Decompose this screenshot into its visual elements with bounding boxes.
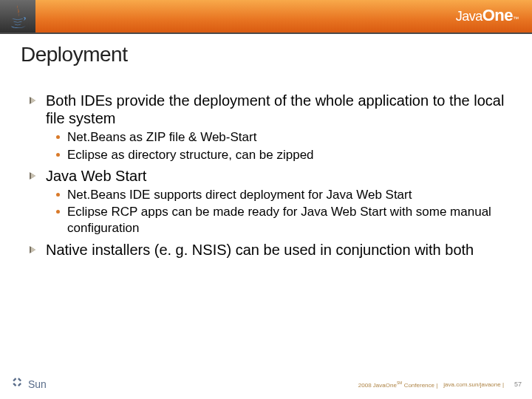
sun-logo: Sun: [10, 375, 47, 393]
bullet-level1: Both IDEs provide the deployment of the …: [30, 92, 511, 128]
bullet-level1: Java Web Start: [30, 167, 511, 185]
footer-conf-suffix: Conference |: [404, 381, 438, 388]
bullet-text: Eclipse RCP apps can be made ready for J…: [67, 204, 511, 236]
javaone-logo: JavaOne™: [456, 6, 519, 25]
bullet-level2: Net.Beans IDE supports direct deployment…: [56, 187, 511, 203]
javaone-prefix: Java: [456, 9, 482, 24]
page-number: 57: [514, 381, 522, 388]
bullet-level2: Eclipse RCP apps can be made ready for J…: [56, 204, 511, 236]
dot-icon: [56, 153, 60, 157]
bullet-level1: Native installers (e. g. NSIS) can be us…: [30, 241, 511, 259]
chevron-icon: [30, 171, 38, 180]
sun-mark-icon: [10, 375, 25, 393]
bullet-level2: Eclipse as directory structure, can be z…: [56, 147, 511, 163]
header-bar: JavaOne™: [0, 0, 532, 33]
javaone-suffix: One: [482, 6, 513, 25]
java-logo-icon: [0, 0, 35, 33]
slide-content: Deployment Both IDEs provide the deploym…: [0, 34, 532, 259]
bullet-text: Net.Beans as ZIP file & Web-Start: [67, 129, 256, 146]
footer-sm: SM: [397, 381, 403, 385]
chevron-icon: [30, 96, 38, 105]
svg-marker-5: [31, 247, 35, 253]
bullet-text: Java Web Start: [46, 167, 146, 185]
bullet-text: Eclipse as directory structure, can be z…: [67, 147, 314, 163]
bullet-text: Net.Beans IDE supports direct deployment…: [67, 187, 412, 203]
svg-marker-3: [31, 173, 35, 179]
dot-icon: [56, 135, 60, 139]
dot-icon: [56, 193, 60, 197]
bullet-text: Both IDEs provide the deployment of the …: [46, 92, 511, 128]
dot-icon: [56, 210, 60, 214]
slide-title: Deployment: [21, 43, 511, 66]
bullet-text: Native installers (e. g. NSIS) can be us…: [46, 241, 474, 259]
footer-right: 2008 JavaOneSM Conference | java.com.sun…: [358, 381, 522, 389]
svg-marker-1: [31, 98, 35, 103]
bullet-level2: Net.Beans as ZIP file & Web-Start: [56, 129, 511, 146]
sun-text: Sun: [28, 378, 47, 390]
footer-url: java.com.sun/javaone |: [443, 381, 504, 388]
footer-conf: 2008 JavaOne: [358, 381, 397, 388]
chevron-icon: [30, 245, 38, 254]
footer: Sun 2008 JavaOneSM Conference | java.com…: [0, 374, 532, 395]
